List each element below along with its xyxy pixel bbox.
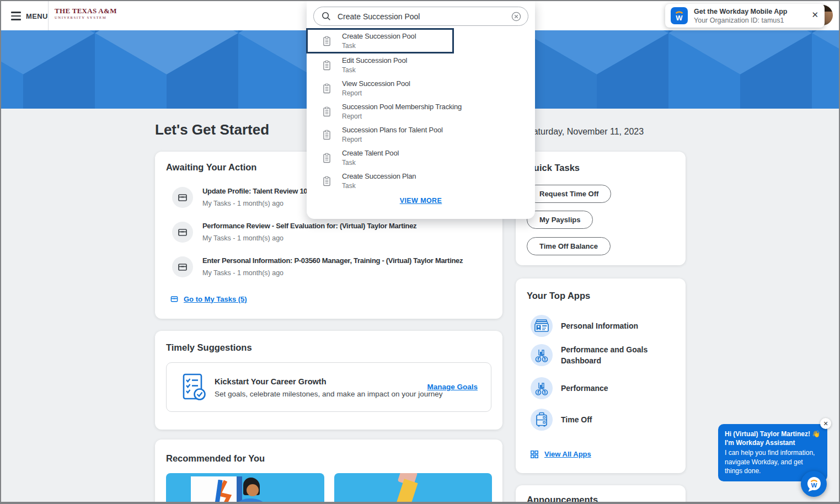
logo-line1: THE TEXAS A&M [55,7,117,14]
search-result[interactable]: Create Succession PoolTask [307,28,535,53]
view-all-apps-link[interactable]: View All Apps [531,450,591,458]
grid-icon [531,451,538,458]
clipboard-task-icon [323,153,331,163]
texas-am-logo[interactable]: THE TEXAS A&M UNIVERSITY SYSTEM [55,7,117,20]
top-apps-title: Your Top Apps [527,291,590,301]
result-label: Succession Plans for Talent Pool [342,126,443,134]
go-to-my-tasks-link[interactable]: Go to My Tasks (5) [170,294,247,303]
hamburger-icon [11,12,21,20]
awaiting-item-title: Enter Personal Information: P-03560 Mana… [202,256,463,265]
clipboard-task-icon [323,83,331,94]
awaiting-item[interactable]: Performance Review - Self Evaluation for… [172,222,416,243]
awaiting-item[interactable]: Update Profile: Talent Review 10.5 My Ta… [172,187,313,208]
clipboard-task-icon [323,36,331,46]
view-all-apps-label: View All Apps [544,450,591,458]
result-type: Task [342,42,416,50]
result-type: Task [342,66,407,74]
assistant-chat-bubble-icon: W [806,476,822,492]
current-date: Saturday, November 11, 2023 [527,127,644,137]
result-label: Create Succession Plan [342,172,416,180]
search-bar [313,7,528,26]
awaiting-item-meta: My Tasks - 1 month(s) ago [202,269,463,277]
notification-close-icon[interactable]: ✕ [811,10,818,19]
illustration-zigzag [215,480,234,504]
inbox-archive-icon [172,222,193,243]
app-performance-goals-dashboard[interactable]: Performance and Goals Dashboard [531,344,671,367]
go-to-my-tasks-label: Go to My Tasks (5) [184,295,247,303]
svg-text:W: W [676,14,683,22]
assistant-close-icon[interactable]: ✕ [820,418,831,429]
inbox-archive-icon [170,294,179,303]
suggestion-desc: Set goals, celebrate milestones, and mak… [215,390,442,398]
search-result[interactable]: Succession Pool Membership TrackingRepor… [307,100,535,123]
search-result[interactable]: Create Succession PlanTask [307,169,535,192]
request-time-off-button[interactable]: Request Time Off [527,185,611,203]
clipboard-task-icon [323,106,331,117]
result-label: Create Succession Pool [342,32,416,40]
result-type: Report [342,136,443,143]
app-personal-information[interactable]: Personal Information [531,315,671,337]
inbox-archive-icon [172,187,193,208]
time-off-balance-button[interactable]: Time Off Balance [527,237,611,255]
announcements-title: Announcements [527,495,598,504]
menu-button[interactable]: MENU [11,8,46,24]
search-results-list: Create Succession PoolTask Edit Successi… [307,28,535,192]
app-time-off[interactable]: Time Off [531,409,671,431]
performance-org-icon [531,344,553,366]
inbox-archive-icon [172,256,193,277]
search-panel: Create Succession PoolTask Edit Successi… [307,1,535,219]
manage-goals-link[interactable]: Manage Goals [427,383,478,391]
search-result[interactable]: Edit Succession PoolTask [307,53,535,77]
search-result[interactable]: Succession Plans for Talent PoolReport [307,123,535,146]
notification-title: Get the Workday Mobile App [694,8,787,15]
recommended-tile-career[interactable] [166,473,324,504]
app-label: Time Off [561,414,671,425]
announcements-card: Announcements [516,485,686,504]
awaiting-item-title: Performance Review - Self Evaluation for… [202,222,416,230]
recommended-card: Recommended for You [155,439,502,504]
result-label: Edit Succession Pool [342,56,407,65]
result-label: Create Talent Pool [342,149,399,157]
timely-suggestions-card: Timely Suggestions Kickstart Your Career… [155,331,502,430]
awaiting-title: Awaiting Your Action [166,162,256,173]
timely-title: Timely Suggestions [166,342,252,353]
awaiting-item-title: Update Profile: Talent Review 10.5 [202,187,313,195]
result-type: Report [342,112,462,120]
app-performance[interactable]: Performance [531,377,671,399]
app-label: Performance and Goals Dashboard [561,344,671,367]
awaiting-item[interactable]: Enter Personal Information: P-03560 Mana… [172,256,463,277]
result-label: View Succession Pool [342,79,410,88]
career-growth-suggestion: Kickstart Your Career Growth Set goals, … [166,362,491,412]
assistant-body: I can help you find information, navigat… [725,449,815,474]
clear-search-icon[interactable] [511,12,521,22]
checklist-document-icon [182,373,206,402]
view-more-link[interactable]: VIEW MORE [400,197,442,205]
clipboard-task-icon [323,130,331,140]
svg-text:W: W [811,481,817,488]
app-label: Performance [561,383,671,394]
your-top-apps-card: Your Top Apps Personal Information [516,278,686,473]
logo-line2: UNIVERSITY SYSTEM [55,16,117,20]
recommended-tile-pencil[interactable] [334,473,492,504]
search-input[interactable] [336,12,506,22]
workday-home-page: MENU THE TEXAS A&M UNIVERSITY SYSTEM Let… [0,0,840,504]
workday-assistant-button[interactable]: W [801,471,827,497]
notification-subtitle: Your Organization ID: tamus1 [694,17,784,24]
assistant-greeting: Hi (Virtual) Taylor Martinez! 👋 I'm Work… [725,430,821,447]
performance-org-icon [531,377,553,399]
suggestion-title: Kickstart Your Career Growth [215,377,327,386]
magnifier-icon [322,12,331,21]
menu-label: MENU [26,12,48,20]
clipboard-task-icon [323,176,331,186]
result-label: Succession Pool Membership Tracking [342,103,462,111]
result-type: Report [342,89,410,97]
result-type: Task [342,159,399,167]
result-type: Task [342,182,416,190]
search-result[interactable]: Create Talent PoolTask [307,146,535,169]
suitcase-icon [531,409,553,431]
search-result[interactable]: View Succession PoolReport [307,77,535,100]
quick-tasks-card: Quick Tasks Request Time Off My Payslips… [516,152,686,265]
my-payslips-button[interactable]: My Payslips [527,211,593,229]
app-label: Personal Information [561,320,671,331]
page-title: Let's Get Started [155,121,269,138]
